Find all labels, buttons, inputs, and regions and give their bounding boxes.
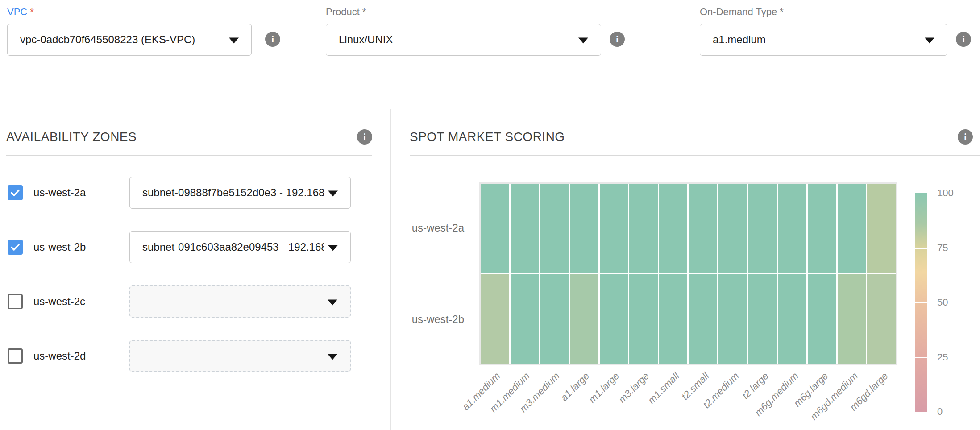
heatmap-x-label: m1.large: [586, 370, 622, 405]
heatmap-cell[interactable]: [718, 274, 747, 364]
heatmap-cell[interactable]: [481, 274, 509, 364]
checkbox-us-west-2d[interactable]: [8, 348, 23, 364]
checkbox-us-west-2c[interactable]: [8, 294, 23, 309]
az-zone-label: us-west-2c: [33, 295, 129, 308]
heatmap-cell[interactable]: [838, 274, 866, 364]
heatmap-cell[interactable]: [629, 184, 658, 273]
heatmap-x-axis-labels: a1.mediumm1.mediumm3.mediuma1.largem1.la…: [479, 366, 897, 430]
heatmap-cell[interactable]: [600, 184, 628, 273]
vpc-info-icon[interactable]: i: [265, 32, 280, 47]
chevron-down-icon: [578, 37, 588, 43]
heatmap-cell[interactable]: [689, 184, 717, 273]
heatmap-cell[interactable]: [718, 184, 747, 273]
colorbar-tick-label: 25: [937, 351, 948, 363]
heatmap-cell[interactable]: [511, 274, 539, 364]
heatmap-cell[interactable]: [659, 274, 688, 364]
checkmark-icon: [9, 187, 21, 198]
colorbar-tick-line: [915, 357, 927, 358]
checkmark-icon: [9, 241, 21, 253]
subnet-select-us-west-2a[interactable]: subnet-09888f7be5152d0e3 - 192.168…: [129, 177, 351, 209]
heatmap-cell[interactable]: [570, 184, 598, 273]
subnet-select-us-west-2d[interactable]: [129, 340, 351, 372]
spot-market-scoring-divider: [410, 155, 980, 156]
product-field: Product* Linux/UNIX: [326, 6, 601, 56]
heatmap-cell[interactable]: [867, 184, 896, 273]
product-info-icon[interactable]: i: [610, 32, 625, 47]
az-row-us-west-2c: us-west-2c: [8, 285, 351, 318]
heatmap-cell[interactable]: [481, 184, 509, 273]
colorbar-tick-label: 75: [937, 242, 948, 254]
heatmap-cell[interactable]: [808, 184, 836, 273]
heatmap-cell[interactable]: [659, 184, 688, 273]
vpc-select-value: vpc-0adcb70f645508223 (EKS-VPC): [20, 33, 195, 46]
az-row-us-west-2b: us-west-2b subnet-091c603aa82e09453 - 19…: [8, 231, 351, 263]
colorbar-tick-line: [915, 248, 927, 249]
colorbar-tick-label: 50: [937, 297, 948, 308]
availability-zones-info-icon[interactable]: i: [357, 129, 372, 145]
vpc-label-text: VPC: [7, 6, 27, 17]
subnet-select-us-west-2b[interactable]: subnet-091c603aa82e09453 - 192.168…: [129, 231, 351, 263]
az-zone-label: us-west-2b: [33, 241, 129, 253]
heatmap-cell[interactable]: [778, 184, 806, 273]
heatmap-cell[interactable]: [629, 274, 658, 364]
colorbar-tick-label: 100: [937, 187, 954, 199]
heatmap-cell[interactable]: [689, 274, 717, 364]
vpc-required-mark: *: [30, 6, 34, 17]
chevron-down-icon: [328, 299, 337, 305]
subnet-select-value: subnet-091c603aa82e09453 - 192.168…: [142, 241, 324, 253]
chevron-down-icon: [328, 354, 337, 360]
heatmap-cell[interactable]: [748, 274, 777, 364]
on-demand-type-select-value: a1.medium: [713, 33, 766, 46]
heatmap-cell[interactable]: [540, 184, 569, 273]
product-select[interactable]: Linux/UNIX: [326, 24, 601, 56]
product-select-value: Linux/UNIX: [339, 33, 393, 46]
on-demand-type-info-icon[interactable]: i: [956, 32, 971, 47]
on-demand-type-label-text: On-Demand Type: [700, 6, 777, 17]
chevron-down-icon: [925, 37, 934, 43]
heatmap-colorbar: [915, 193, 927, 412]
heatmap-x-label: m3.large: [616, 370, 652, 405]
heatmap-cell[interactable]: [540, 274, 569, 364]
spot-market-scoring-info-icon[interactable]: i: [958, 129, 973, 145]
checkbox-us-west-2a[interactable]: [8, 185, 23, 200]
subnet-select-us-west-2c[interactable]: [129, 285, 351, 318]
colorbar-tick-line: [915, 302, 927, 303]
heatmap-plot: [479, 182, 897, 365]
product-label-text: Product: [326, 6, 360, 17]
az-row-us-west-2d: us-west-2d: [8, 339, 351, 372]
product-required-mark: *: [362, 6, 366, 17]
checkbox-us-west-2b[interactable]: [8, 240, 23, 255]
heatmap-cell[interactable]: [838, 184, 866, 273]
heatmap-row-label: us-west-2a: [410, 182, 464, 273]
heatmap-cell[interactable]: [778, 274, 806, 364]
heatmap-cell[interactable]: [511, 184, 539, 273]
availability-zones-title: AVAILABILITY ZONES: [6, 130, 137, 144]
az-zone-label: us-west-2d: [33, 350, 129, 362]
on-demand-type-required-mark: *: [780, 6, 784, 17]
heatmap-cell[interactable]: [570, 274, 598, 364]
vpc-label: VPC*: [7, 6, 252, 18]
heatmap-grid: [481, 184, 896, 364]
heatmap-cell[interactable]: [867, 274, 896, 364]
chevron-down-icon: [229, 37, 239, 43]
vpc-select[interactable]: vpc-0adcb70f645508223 (EKS-VPC): [7, 24, 252, 56]
chevron-down-icon: [328, 190, 338, 196]
heatmap-x-label: a1.large: [559, 370, 592, 404]
az-row-us-west-2a: us-west-2a subnet-09888f7be5152d0e3 - 19…: [8, 176, 351, 209]
heatmap-cell[interactable]: [808, 274, 836, 364]
heatmap-x-label: m1.small: [645, 370, 681, 406]
section-vertical-divider: [390, 109, 391, 430]
chevron-down-icon: [328, 245, 338, 251]
heatmap-cell[interactable]: [748, 184, 777, 273]
availability-zones-header: AVAILABILITY ZONES i: [6, 129, 372, 145]
product-label: Product*: [326, 6, 601, 18]
colorbar-tick-label: 0: [937, 406, 943, 418]
spot-market-scoring-title: SPOT MARKET SCORING: [410, 130, 565, 144]
availability-zones-divider: [6, 155, 372, 156]
az-zone-label: us-west-2a: [33, 186, 129, 199]
on-demand-type-select[interactable]: a1.medium: [700, 24, 947, 56]
heatmap-cell[interactable]: [600, 274, 628, 364]
spot-market-scoring-header: SPOT MARKET SCORING i: [410, 129, 973, 145]
on-demand-type-field: On-Demand Type* a1.medium: [700, 6, 947, 56]
subnet-select-value: subnet-09888f7be5152d0e3 - 192.168…: [142, 186, 324, 199]
